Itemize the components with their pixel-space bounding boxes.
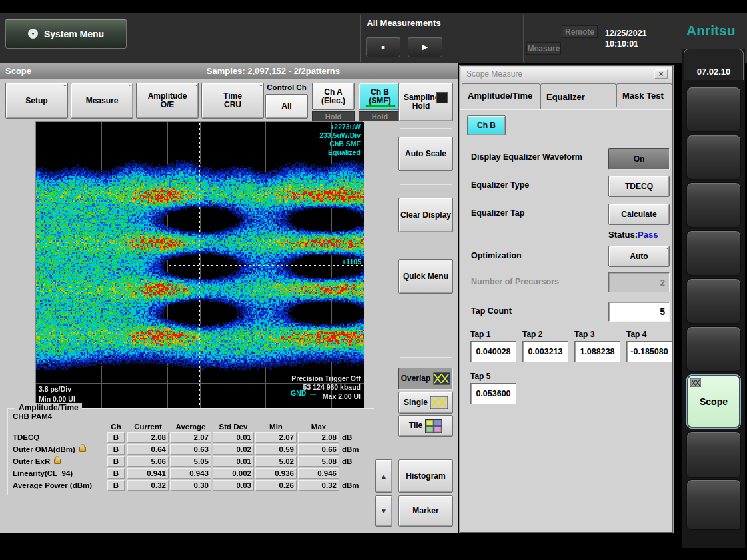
hold-a-indicator[interactable]: Hold	[312, 111, 355, 121]
table-row: Outer ExRB5.065.050.015.025.08dB	[7, 456, 375, 467]
all-measurements-label: All Measurements	[363, 18, 445, 28]
tap-value-field[interactable]: 0.003213	[522, 341, 568, 362]
equalizer-type-button[interactable]: TDECQ	[608, 176, 670, 197]
function-key-blank[interactable]	[686, 431, 741, 478]
tap-value-field[interactable]: 0.040028	[470, 341, 516, 362]
result-cell: 0.64	[127, 444, 169, 455]
result-unit: dB	[342, 433, 352, 441]
tap-label: Tap 3	[574, 330, 620, 339]
sampling-hold-indicator	[436, 92, 448, 103]
stop-icon: ■	[381, 44, 384, 51]
control-ch-all-button[interactable]: All	[265, 94, 308, 119]
function-key-blank[interactable]	[686, 230, 741, 276]
tap-value-field[interactable]: -0.185080	[626, 341, 672, 362]
result-label: Average Power (dBm)	[13, 481, 92, 489]
close-icon: ×	[658, 69, 663, 79]
function-key-blank[interactable]	[686, 278, 741, 324]
close-button[interactable]: ×	[654, 69, 668, 79]
display-equalizer-toggle[interactable]: On	[608, 148, 670, 170]
result-cell: 5.05	[170, 456, 211, 467]
eye-diagram-canvas	[36, 122, 364, 408]
single-view-button[interactable]: Single	[398, 392, 453, 414]
result-cell: B	[107, 456, 125, 467]
function-key-blank[interactable]	[686, 135, 741, 180]
scope-title-bar: Scope Samples: 2,097,152 - 2/2patterns	[0, 63, 458, 79]
result-unit: dBm	[342, 445, 359, 453]
tap-value-field[interactable]: 1.088238	[574, 341, 620, 362]
control-ch-label: Control Ch	[265, 83, 308, 91]
tap-value-field[interactable]: 0.053600	[470, 383, 516, 404]
result-cell: B	[107, 444, 125, 455]
results-header: Average	[170, 423, 211, 431]
display-equalizer-label: Display Equalizer Waveform	[471, 152, 582, 162]
channel-b-button[interactable]: Ch B (SMF)	[359, 83, 401, 110]
top-bar: ▼ System Menu All Measurements ■ ▶ Measu…	[0, 13, 747, 63]
dialog-channel-b-button[interactable]: Ch B	[467, 115, 506, 135]
system-menu-button[interactable]: ▼ System Menu	[5, 19, 127, 49]
setup-button[interactable]: ·· Setup	[5, 83, 68, 119]
histogram-button[interactable]: Histogram	[398, 459, 453, 493]
stop-button[interactable]: ■	[366, 37, 400, 57]
overlap-view-button[interactable]: Overlap	[398, 368, 453, 390]
scope-key-label: Scope	[700, 396, 728, 407]
calculate-button[interactable]: Calculate	[608, 204, 670, 225]
window-title: Scope	[5, 66, 31, 76]
result-unit: dBm	[342, 481, 359, 489]
result-label: Linearity(CL_94)	[13, 469, 73, 477]
table-row: TDECQB2.082.070.012.072.08dB	[7, 432, 375, 443]
samples-info: Samples: 2,097,152 - 2/2patterns	[207, 66, 340, 76]
single-eye-icon	[430, 396, 448, 409]
function-key-blank[interactable]	[686, 182, 741, 228]
tab-equalizer[interactable]: Equalizer	[540, 83, 616, 109]
result-cell: 0.943	[170, 468, 211, 479]
time-cru-button[interactable]: ·· Time CRU	[201, 83, 264, 119]
measure-button[interactable]: ·· Measure	[71, 83, 133, 119]
scope-window: Scope Samples: 2,097,152 - 2/2patterns ·…	[0, 63, 458, 533]
scroll-down-button[interactable]: ▼	[375, 495, 392, 527]
clear-display-button[interactable]: Clear Display	[398, 198, 453, 232]
hold-b-indicator[interactable]: Hold	[359, 111, 401, 121]
results-header: Current	[127, 423, 169, 431]
remote-indicator: Remote	[562, 25, 598, 38]
function-key-blank[interactable]	[686, 326, 741, 372]
status-line: Status:Pass	[608, 230, 658, 240]
result-cell: B	[107, 480, 125, 491]
equalizer-type-label: Equalizer Type	[471, 180, 529, 190]
result-cell: 0.03	[213, 480, 254, 491]
result-cell: 0.002	[213, 468, 254, 479]
eye-diagram-display: +2273uW 233.5uW/Div ChB SMF Equalized +1…	[35, 121, 363, 408]
result-cell: 0.59	[255, 444, 297, 455]
measure-indicator: Measure	[526, 42, 561, 55]
result-label: Outer ExR	[13, 457, 61, 465]
function-key-blank[interactable]	[686, 479, 741, 530]
tap-count-field[interactable]: 5	[608, 302, 670, 322]
tile-view-button[interactable]: Tile	[398, 415, 453, 437]
function-key-scope[interactable]: Scope	[686, 374, 741, 429]
result-cell: 0.02	[213, 444, 254, 455]
lock-icon	[79, 447, 86, 452]
separator	[400, 357, 452, 358]
results-header: Ch	[107, 423, 125, 431]
sampling-hold-button[interactable]: Sampling Hold	[398, 83, 453, 121]
channel-a-button[interactable]: Ch A (Elec.)	[312, 83, 355, 110]
auto-scale-button[interactable]: Auto Scale	[398, 137, 453, 171]
tab-mask-test[interactable]: Mask Test	[616, 83, 672, 107]
scale-top-annotation: +2273uW	[330, 123, 361, 131]
status-label: Status:	[608, 230, 638, 240]
table-row: Average Power (dBm)B0.320.300.030.260.32…	[7, 480, 375, 491]
play-button[interactable]: ▶	[408, 37, 442, 57]
result-cell: 0.936	[255, 468, 297, 479]
function-key-blank[interactable]	[686, 87, 741, 132]
dialog-title: Scope Measure	[466, 69, 522, 79]
play-icon: ▶	[422, 43, 428, 51]
result-cell: 0.946	[298, 468, 339, 479]
marker-button[interactable]: Marker	[398, 495, 453, 527]
divider	[360, 15, 361, 62]
quick-menu-button[interactable]: Quick Menu	[398, 259, 453, 294]
tab-amplitude-time[interactable]: Amplitude/Time	[462, 83, 540, 107]
scope-measure-dialog: Scope Measure × Amplitude/Time Equalizer…	[460, 65, 673, 533]
amplitude-oe-button[interactable]: ·· Amplitude O/E	[136, 83, 199, 119]
scroll-up-button[interactable]: ▲	[375, 459, 392, 493]
tap-item: Tap 20.003213	[522, 330, 568, 362]
optimization-button[interactable]: ·· Auto	[608, 246, 670, 267]
